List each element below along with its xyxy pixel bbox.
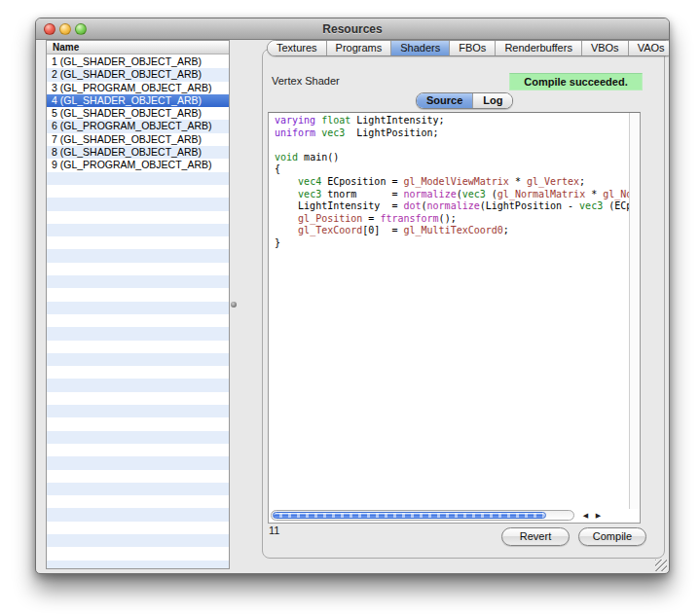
list-row[interactable] — [47, 405, 229, 417]
list-row[interactable] — [47, 185, 229, 198]
resource-list: Name 1 (GL_SHADER_OBJECT_ARB)2 (GL_SHADE… — [46, 40, 230, 569]
tab-vbos[interactable]: VBOs — [582, 41, 629, 55]
code-editor[interactable]: varying float LightIntensity;uniform vec… — [269, 113, 629, 509]
tab-textures[interactable]: Textures — [268, 41, 327, 55]
subtab-source[interactable]: Source — [417, 93, 473, 108]
code-line: } — [275, 237, 629, 250]
list-row[interactable] — [47, 249, 229, 262]
list-row[interactable] — [47, 263, 229, 275]
list-row[interactable] — [47, 341, 229, 353]
scroll-left-icon[interactable]: ◀ — [579, 510, 592, 521]
shader-type-label: Vertex Shader — [272, 75, 340, 87]
code-line: { — [275, 163, 629, 176]
resize-grip-icon[interactable] — [655, 560, 667, 571]
list-row[interactable] — [47, 508, 229, 521]
list-row[interactable] — [47, 547, 229, 560]
code-line: vec4 ECposition = gl_ModelViewMatrix * g… — [275, 176, 629, 189]
list-row[interactable] — [47, 224, 229, 236]
list-row[interactable]: 3 (GL_PROGRAM_OBJECT_ARB) — [47, 82, 229, 94]
splitter-handle[interactable] — [231, 302, 237, 308]
list-row[interactable] — [47, 353, 229, 366]
list-row[interactable] — [47, 561, 229, 569]
code-line — [275, 139, 629, 152]
window-title: Resources — [322, 22, 382, 36]
list-row[interactable] — [47, 495, 229, 508]
compile-button[interactable]: Compile — [578, 527, 646, 546]
list-row[interactable] — [47, 534, 229, 547]
list-row[interactable] — [47, 483, 229, 495]
source-log-tabs: SourceLog — [416, 92, 513, 109]
code-line: void main() — [275, 152, 629, 164]
zoom-icon[interactable] — [75, 23, 87, 35]
list-row[interactable]: 2 (GL_SHADER_OBJECT_ARB) — [47, 68, 229, 81]
code-line: vec3 tnorm = normalize(vec3 (gl_NormalMa… — [275, 189, 629, 201]
list-column-header[interactable]: Name — [47, 41, 229, 54]
title-bar[interactable]: Resources — [36, 18, 669, 40]
list-row[interactable] — [47, 392, 229, 405]
list-row[interactable]: 4 (GL_SHADER_OBJECT_ARB) — [47, 94, 229, 107]
list-row[interactable] — [47, 288, 229, 301]
list-rows: 1 (GL_SHADER_OBJECT_ARB)2 (GL_SHADER_OBJ… — [47, 55, 229, 568]
list-row[interactable] — [47, 444, 229, 456]
revert-button[interactable]: Revert — [501, 527, 570, 546]
code-text: varying float LightIntensity;uniform vec… — [269, 113, 629, 250]
resources-window: Resources Name 1 (GL_SHADER_OBJECT_ARB)2… — [35, 18, 670, 574]
list-row[interactable] — [47, 417, 229, 430]
list-row[interactable] — [47, 522, 229, 534]
code-line: gl_TexCoord[0] = gl_MultiTexCoord0; — [275, 225, 629, 237]
list-row[interactable] — [47, 431, 229, 444]
code-editor-box: varying float LightIntensity;uniform vec… — [268, 112, 641, 524]
close-icon[interactable] — [44, 23, 55, 35]
horizontal-scrollbar[interactable]: ◀ ▶ — [269, 509, 640, 523]
scrollbar-arrows: ◀ ▶ — [579, 510, 605, 521]
code-line: gl_Position = ftransform(); — [275, 213, 629, 226]
scrollbar-thumb[interactable] — [273, 512, 546, 519]
tab-programs[interactable]: Programs — [327, 41, 392, 55]
list-row[interactable]: 8 (GL_SHADER_OBJECT_ARB) — [47, 146, 229, 159]
list-row[interactable]: 9 (GL_PROGRAM_OBJECT_ARB) — [47, 159, 229, 171]
tab-renderbuffers[interactable]: Renderbuffers — [496, 41, 582, 55]
list-row[interactable] — [47, 470, 229, 483]
list-row[interactable]: 7 (GL_SHADER_OBJECT_ARB) — [47, 133, 229, 146]
list-row[interactable] — [47, 211, 229, 224]
shader-panel: Vertex Shader Compile succeeded. SourceL… — [262, 49, 665, 559]
list-row[interactable]: 1 (GL_SHADER_OBJECT_ARB) — [47, 55, 229, 68]
list-row[interactable] — [47, 302, 229, 314]
list-row[interactable]: 5 (GL_SHADER_OBJECT_ARB) — [47, 107, 229, 120]
tab-fbos[interactable]: FBOs — [450, 41, 496, 55]
tab-vaos[interactable]: VAOs — [629, 41, 670, 55]
code-line: varying float LightIntensity; — [275, 115, 629, 127]
vertical-scrollbar[interactable] — [629, 113, 640, 509]
list-row[interactable] — [47, 198, 229, 210]
list-row[interactable] — [47, 327, 229, 340]
compile-status-badge: Compile succeeded. — [509, 73, 643, 90]
code-line: LightIntensity = dot(normalize(LightPosi… — [275, 200, 629, 213]
list-row[interactable] — [47, 172, 229, 185]
shader-id-label: 11 — [269, 525, 279, 536]
code-line: uniform vec3 LightPosition; — [275, 127, 629, 140]
list-row[interactable] — [47, 366, 229, 379]
list-row[interactable]: 6 (GL_PROGRAM_OBJECT_ARB) — [47, 120, 229, 132]
subtab-log[interactable]: Log — [473, 93, 512, 108]
scrollbar-track[interactable] — [271, 510, 574, 521]
list-row[interactable] — [47, 456, 229, 469]
tab-shaders[interactable]: Shaders — [391, 41, 450, 55]
list-row[interactable] — [47, 314, 229, 327]
scroll-right-icon[interactable]: ▶ — [592, 510, 605, 521]
list-row[interactable] — [47, 236, 229, 249]
list-row[interactable] — [47, 275, 229, 288]
tab-bar: TexturesProgramsShadersFBOsRenderbuffers… — [267, 40, 670, 56]
list-row[interactable] — [47, 379, 229, 391]
minimize-icon[interactable] — [59, 23, 71, 35]
